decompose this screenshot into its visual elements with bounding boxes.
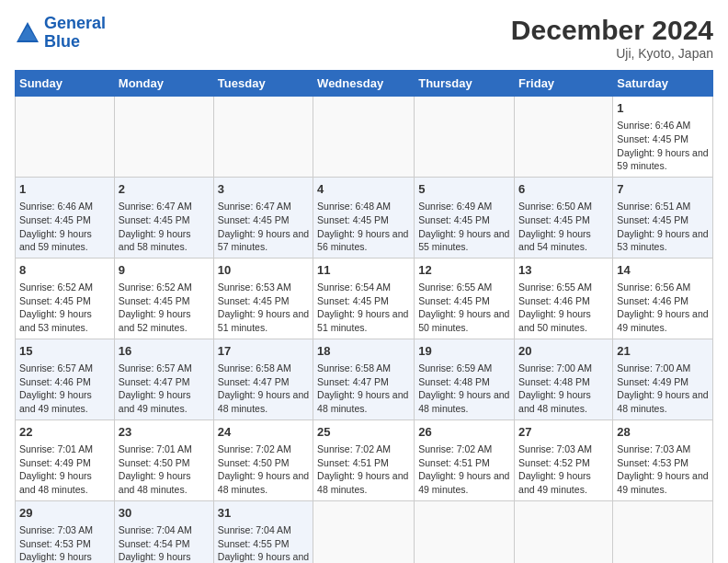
- sunset-text: Sunset: 4:53 PM: [617, 457, 688, 468]
- calendar-cell: [515, 500, 613, 563]
- sunrise-text: Sunrise: 6:51 AM: [617, 201, 690, 212]
- sunrise-text: Sunrise: 7:01 AM: [119, 443, 192, 454]
- sunset-text: Sunset: 4:45 PM: [617, 133, 688, 144]
- calendar-cell: 25Sunrise: 7:02 AMSunset: 4:51 PMDayligh…: [313, 419, 415, 500]
- calendar-cell: 18Sunrise: 6:58 AMSunset: 4:47 PMDayligh…: [313, 339, 415, 419]
- daylight-text: Daylight: 9 hours and 50 minutes.: [418, 308, 509, 333]
- day-number: 10: [218, 262, 309, 279]
- sunrise-text: Sunrise: 6:54 AM: [317, 282, 391, 293]
- sunset-text: Sunset: 4:48 PM: [418, 376, 490, 387]
- calendar-cell: 24Sunrise: 7:02 AMSunset: 4:50 PMDayligh…: [213, 419, 313, 500]
- daylight-text: Daylight: 9 hours and 49 minutes.: [518, 470, 591, 495]
- daylight-text: Daylight: 9 hours and 48 minutes.: [418, 389, 509, 414]
- sunset-text: Sunset: 4:46 PM: [617, 295, 688, 306]
- calendar-cell: [313, 500, 415, 563]
- calendar-cell: 22Sunrise: 7:01 AMSunset: 4:49 PMDayligh…: [16, 419, 115, 500]
- sunset-text: Sunset: 4:45 PM: [119, 295, 190, 306]
- daylight-text: Daylight: 9 hours and 59 minutes.: [19, 228, 92, 253]
- daylight-text: Daylight: 9 hours and 49 minutes.: [617, 308, 708, 333]
- daylight-text: Daylight: 9 hours and 49 minutes.: [418, 470, 509, 495]
- calendar-cell: 8Sunrise: 6:52 AMSunset: 4:45 PMDaylight…: [16, 258, 115, 339]
- daylight-text: Daylight: 9 hours and 58 minutes.: [119, 228, 191, 253]
- day-number: 17: [218, 343, 309, 360]
- day-number: 19: [418, 343, 510, 360]
- sunset-text: Sunset: 4:53 PM: [19, 538, 91, 549]
- sunset-text: Sunset: 4:50 PM: [218, 457, 290, 468]
- svg-marker-1: [18, 26, 37, 40]
- daylight-text: Daylight: 9 hours and 50 minutes.: [218, 551, 309, 563]
- day-number: 12: [418, 262, 510, 279]
- sunset-text: Sunset: 4:45 PM: [19, 295, 91, 306]
- calendar-cell: [515, 97, 613, 178]
- sunrise-text: Sunrise: 7:02 AM: [418, 443, 492, 454]
- day-number: 30: [119, 505, 210, 522]
- sunset-text: Sunset: 4:47 PM: [119, 376, 190, 387]
- daylight-text: Daylight: 9 hours and 48 minutes.: [218, 470, 309, 495]
- calendar-cell: 11Sunrise: 6:54 AMSunset: 4:45 PMDayligh…: [313, 258, 415, 339]
- calendar-week-row: 1Sunrise: 6:46 AMSunset: 4:45 PMDaylight…: [16, 177, 713, 258]
- location-subtitle: Uji, Kyoto, Japan: [511, 46, 713, 61]
- sunrise-text: Sunrise: 6:58 AM: [317, 362, 391, 373]
- day-number: 28: [617, 424, 709, 441]
- calendar-week-row: 1Sunrise: 6:46 AMSunset: 4:45 PMDaylight…: [16, 97, 713, 178]
- daylight-text: Daylight: 9 hours and 49 minutes.: [617, 470, 708, 495]
- daylight-text: Daylight: 9 hours and 55 minutes.: [418, 228, 509, 253]
- sunrise-text: Sunrise: 6:52 AM: [119, 282, 192, 293]
- calendar-cell: 26Sunrise: 7:02 AMSunset: 4:51 PMDayligh…: [415, 419, 515, 500]
- calendar-cell: 15Sunrise: 6:57 AMSunset: 4:46 PMDayligh…: [16, 339, 115, 419]
- day-number: 6: [518, 181, 609, 198]
- daylight-text: Daylight: 9 hours and 59 minutes.: [617, 147, 708, 172]
- calendar-cell: 16Sunrise: 6:57 AMSunset: 4:47 PMDayligh…: [114, 339, 213, 419]
- sunrise-text: Sunrise: 6:48 AM: [317, 201, 391, 212]
- calendar-week-row: 29Sunrise: 7:03 AMSunset: 4:53 PMDayligh…: [16, 500, 713, 563]
- daylight-text: Daylight: 9 hours and 50 minutes.: [518, 308, 591, 333]
- sunset-text: Sunset: 4:54 PM: [119, 538, 190, 549]
- sunrise-text: Sunrise: 7:03 AM: [518, 443, 592, 454]
- sunrise-text: Sunrise: 6:49 AM: [418, 201, 492, 212]
- day-number: 5: [418, 181, 510, 198]
- logo-text: General Blue: [44, 15, 106, 52]
- calendar-cell: 9Sunrise: 6:52 AMSunset: 4:45 PMDaylight…: [114, 258, 213, 339]
- sunrise-text: Sunrise: 7:04 AM: [218, 524, 291, 535]
- calendar-table: SundayMondayTuesdayWednesdayThursdayFrid…: [15, 70, 713, 563]
- sunrise-text: Sunrise: 7:00 AM: [518, 362, 592, 373]
- day-number: 27: [518, 424, 609, 441]
- calendar-cell: 12Sunrise: 6:55 AMSunset: 4:45 PMDayligh…: [415, 258, 515, 339]
- day-number: 14: [617, 262, 709, 279]
- sunrise-text: Sunrise: 6:47 AM: [119, 201, 192, 212]
- sunset-text: Sunset: 4:52 PM: [518, 457, 590, 468]
- daylight-text: Daylight: 9 hours and 48 minutes.: [317, 389, 408, 414]
- sunset-text: Sunset: 4:49 PM: [19, 457, 91, 468]
- calendar-cell: [313, 97, 415, 178]
- sunset-text: Sunset: 4:45 PM: [119, 214, 190, 225]
- logo: General Blue: [15, 15, 106, 52]
- calendar-cell: 28Sunrise: 7:03 AMSunset: 4:53 PMDayligh…: [613, 419, 713, 500]
- daylight-text: Daylight: 9 hours and 56 minutes.: [317, 228, 408, 253]
- sunrise-text: Sunrise: 6:55 AM: [518, 282, 592, 293]
- calendar-cell: [114, 97, 213, 178]
- daylight-text: Daylight: 9 hours and 48 minutes.: [518, 389, 591, 414]
- sunset-text: Sunset: 4:47 PM: [218, 376, 290, 387]
- daylight-text: Daylight: 9 hours and 54 minutes.: [518, 228, 591, 253]
- calendar-cell: [415, 500, 515, 563]
- daylight-text: Daylight: 9 hours and 49 minutes.: [19, 389, 92, 414]
- calendar-cell: [213, 97, 313, 178]
- daylight-text: Daylight: 9 hours and 51 minutes.: [317, 308, 408, 333]
- calendar-cell: 2Sunrise: 6:47 AMSunset: 4:45 PMDaylight…: [114, 177, 213, 258]
- day-number: 7: [617, 181, 709, 198]
- day-number: 18: [317, 343, 410, 360]
- calendar-cell: 3Sunrise: 6:47 AMSunset: 4:45 PMDaylight…: [213, 177, 313, 258]
- day-number: 9: [119, 262, 210, 279]
- sunset-text: Sunset: 4:45 PM: [617, 214, 688, 225]
- day-number: 3: [218, 181, 309, 198]
- day-number: 22: [19, 424, 110, 441]
- day-number: 21: [617, 343, 709, 360]
- sunrise-text: Sunrise: 7:00 AM: [617, 362, 690, 373]
- col-header-saturday: Saturday: [613, 71, 713, 97]
- sunrise-text: Sunrise: 6:47 AM: [218, 201, 291, 212]
- sunset-text: Sunset: 4:45 PM: [418, 214, 490, 225]
- daylight-text: Daylight: 9 hours and 48 minutes.: [218, 389, 309, 414]
- day-number: 29: [19, 505, 110, 522]
- daylight-text: Daylight: 9 hours and 52 minutes.: [119, 308, 191, 333]
- col-header-monday: Monday: [114, 71, 213, 97]
